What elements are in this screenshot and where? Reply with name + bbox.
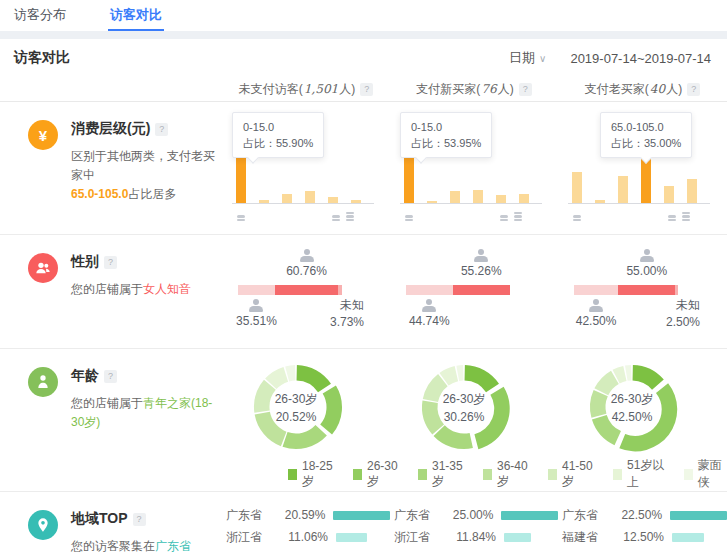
- legend-swatch: [418, 469, 427, 480]
- legend-item-26-30岁[interactable]: 26-30岁: [353, 459, 402, 490]
- gender-ratio-bar[interactable]: [574, 285, 678, 295]
- legend-label: 蒙面侠: [698, 457, 727, 491]
- coin-icon: [332, 219, 340, 222]
- column-headers: 未支付访客(1,501人)? 支付新买家(76人)? 支付老买家(40人)?: [0, 77, 727, 102]
- legend-item-18-25岁[interactable]: 18-25岁: [288, 459, 337, 490]
- bar-segment[interactable]: [305, 191, 315, 203]
- coin-stack-icon: [514, 212, 522, 222]
- donut-slice-26-30岁[interactable]: [619, 383, 677, 451]
- male-segment[interactable]: [574, 285, 618, 295]
- donut-slice-31-35岁[interactable]: [283, 425, 327, 449]
- female-person-icon: [298, 249, 316, 262]
- legend-swatch: [684, 469, 693, 480]
- axis-line: [232, 203, 374, 204]
- gender-chart-repeat: 55.00%42.50%未知2.50%: [574, 249, 678, 335]
- section-age: 年龄? 您的店铺属于青年之家(18-30岁) 26-30岁20.52% 26-3…: [0, 349, 727, 492]
- bar-segment[interactable]: [404, 155, 414, 203]
- coin-icon: [682, 212, 690, 215]
- region-name: 浙江省: [394, 529, 440, 546]
- female-segment[interactable]: [275, 285, 338, 295]
- region-row: [226, 548, 390, 553]
- help-icon[interactable]: ?: [104, 370, 117, 383]
- region-name: 广东省: [562, 507, 607, 524]
- region-row: 浙江省11.06%: [226, 526, 390, 548]
- age-legend: 18-25岁26-30岁31-35岁36-40岁41-50岁51岁以上蒙面侠: [222, 457, 727, 491]
- donut-slice-26-30岁[interactable]: [474, 387, 509, 449]
- people-icon: [28, 253, 58, 283]
- coin-icon: [332, 215, 340, 218]
- gender-ratio-bar[interactable]: [238, 285, 342, 295]
- coin-stack-icon: [682, 212, 690, 222]
- donut-slice-36-40岁[interactable]: [255, 412, 287, 447]
- bar-segment[interactable]: [496, 195, 506, 203]
- help-icon[interactable]: ?: [133, 513, 146, 526]
- age-donut-chart-new: 26-30岁30.26%: [416, 359, 512, 455]
- tooltip-caret: [247, 152, 258, 163]
- date-dropdown[interactable]: 日期∨: [509, 49, 546, 67]
- bar-segment[interactable]: [519, 194, 529, 203]
- region-bar: [336, 533, 367, 542]
- bar-segment[interactable]: [473, 190, 483, 203]
- bar-segment[interactable]: [572, 172, 582, 203]
- tooltip-caret: [415, 152, 426, 163]
- bar-segment[interactable]: [282, 194, 292, 203]
- female-percentage: 55.00%: [626, 264, 667, 278]
- help-icon[interactable]: ?: [360, 83, 373, 96]
- legend-item-31-35岁[interactable]: 31-35岁: [418, 459, 467, 490]
- coin-stack-icon: [668, 215, 676, 221]
- date-range[interactable]: 2019-07-14~2019-07-14: [570, 51, 711, 66]
- unknown-label: 未知2.50%: [666, 297, 700, 331]
- region-list-repeat: 广东省22.50%福建省12.50%: [558, 492, 727, 553]
- unknown-label: 未知3.73%: [330, 297, 364, 331]
- region-percentage: 11.06%: [272, 530, 328, 544]
- coin-icon: [573, 219, 581, 222]
- donut-slice-蒙面侠[interactable]: [625, 365, 631, 381]
- chevron-down-icon: ∨: [539, 53, 546, 64]
- coin-stack-icon: [237, 215, 245, 221]
- tab-visitor-distribution[interactable]: 访客分布: [12, 0, 68, 31]
- donut-slice-36-40岁[interactable]: [590, 390, 608, 418]
- help-icon[interactable]: ?: [687, 83, 700, 96]
- unknown-segment[interactable]: [338, 285, 342, 295]
- coin-stack-icon: [405, 215, 413, 221]
- donut-slice-18-25岁[interactable]: [633, 365, 664, 390]
- legend-item-蒙面侠[interactable]: 蒙面侠: [684, 457, 727, 491]
- help-icon[interactable]: ?: [155, 123, 168, 136]
- bar-segment[interactable]: [236, 155, 246, 203]
- donut-slice-31-35岁[interactable]: [434, 425, 473, 449]
- male-percentage: 35.51%: [236, 314, 277, 328]
- donut-slice-18-25岁[interactable]: [297, 365, 331, 392]
- bar-segment[interactable]: [450, 191, 460, 203]
- tooltip-value: 占比：35.00%: [611, 135, 681, 151]
- donut-slice-31-35岁[interactable]: [592, 415, 621, 445]
- donut-slice-26-30岁[interactable]: [320, 386, 342, 435]
- tooltip-range: 65.0-105.0: [611, 119, 681, 135]
- bar-segment[interactable]: [687, 179, 697, 203]
- help-icon[interactable]: ?: [104, 256, 117, 269]
- legend-label: 18-25岁: [302, 459, 337, 490]
- male-segment[interactable]: [406, 285, 453, 295]
- region-row: 福建省12.50%: [562, 526, 727, 548]
- region-list-unpaid: 广东省20.59%浙江省11.06%: [222, 492, 390, 553]
- male-segment[interactable]: [238, 285, 275, 295]
- tooltip-range: 0-15.0: [243, 119, 313, 135]
- bar-segment[interactable]: [664, 186, 674, 203]
- female-segment[interactable]: [453, 285, 510, 295]
- bar-tooltip: 0-15.0占比：55.90%: [232, 112, 324, 158]
- female-segment[interactable]: [618, 285, 675, 295]
- section-desc-consumption: 区别于其他两类，支付老买家中 65.0-105.0占比居多: [71, 147, 216, 204]
- donut-slice-18-25岁[interactable]: [465, 365, 499, 392]
- legend-item-51岁以上[interactable]: 51岁以上: [613, 457, 668, 491]
- bar-segment[interactable]: [618, 176, 628, 203]
- legend-item-36-40岁[interactable]: 36-40岁: [483, 459, 532, 490]
- coin-icon: [668, 215, 676, 218]
- coin-icon: [237, 219, 245, 222]
- help-icon[interactable]: ?: [519, 83, 532, 96]
- unknown-caption: 未知: [666, 297, 700, 314]
- tab-visitor-comparison[interactable]: 访客对比: [108, 0, 164, 31]
- axis-line: [568, 203, 710, 204]
- gender-ratio-bar[interactable]: [406, 285, 510, 295]
- legend-item-41-50岁[interactable]: 41-50岁: [548, 459, 597, 490]
- region-list-new: 广东省25.00%浙江省11.84%: [390, 492, 558, 553]
- unknown-segment[interactable]: [675, 285, 678, 295]
